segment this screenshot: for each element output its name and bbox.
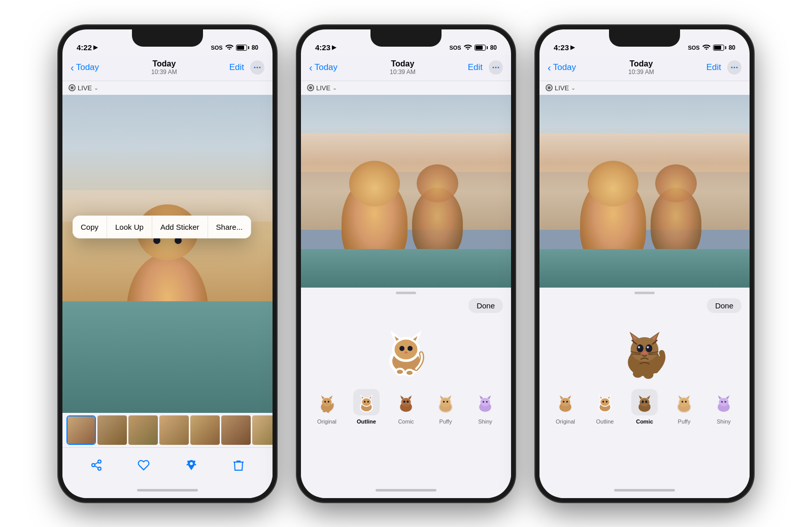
thumbnail-1[interactable] xyxy=(66,415,96,445)
thumbnail-4[interactable] xyxy=(159,415,189,445)
svg-point-27 xyxy=(327,410,330,412)
sticker-option-puffy-2[interactable]: Puffy xyxy=(428,389,463,425)
drag-handle-3[interactable] xyxy=(539,288,750,298)
photo-container-2 xyxy=(301,95,511,288)
svg-point-3 xyxy=(187,461,189,463)
context-add-sticker-1[interactable]: Add Sticker xyxy=(152,216,208,238)
phone-2-wrapper: 4:23 ▶ SOS 80 ‹ xyxy=(297,25,515,502)
more-button-1[interactable] xyxy=(250,60,264,75)
svg-point-7 xyxy=(492,67,494,68)
cat-photo-2 xyxy=(301,95,511,288)
svg-point-107 xyxy=(679,398,689,406)
live-badge-2[interactable]: LIVE ⌄ xyxy=(301,81,511,95)
nav-actions-1: Edit xyxy=(229,60,264,75)
svg-point-110 xyxy=(682,401,683,402)
back-button-3[interactable]: ‹ Today xyxy=(548,62,576,74)
sticker-option-outline-2[interactable]: Outline xyxy=(349,389,384,425)
svg-point-53 xyxy=(480,398,490,406)
svg-point-101 xyxy=(645,400,647,403)
heart-button-1[interactable] xyxy=(134,456,153,474)
context-menu-1: Copy Look Up Add Sticker Share... xyxy=(73,216,251,238)
edit-button-1[interactable]: Edit xyxy=(229,62,244,73)
thumbnail-2[interactable] xyxy=(97,415,127,445)
svg-point-95 xyxy=(606,401,607,402)
back-label-1: Today xyxy=(76,62,99,73)
back-label-3: Today xyxy=(553,62,576,73)
sticker-label-original-3: Original xyxy=(556,418,575,425)
sticker-option-original-3[interactable]: Original xyxy=(548,389,583,425)
back-button-1[interactable]: ‹ Today xyxy=(71,62,99,74)
sticker-option-outline-3[interactable]: Outline xyxy=(587,389,623,425)
nav-title-2: Today 10:39 AM xyxy=(390,59,416,76)
live-chevron-2: ⌄ xyxy=(332,85,337,91)
svg-point-39 xyxy=(407,400,409,402)
sticker-option-puffy-3[interactable]: Puffy xyxy=(666,389,702,425)
live-label-1: LIVE xyxy=(78,84,92,92)
svg-point-8 xyxy=(495,67,496,68)
sticker-panel-2: Done xyxy=(301,288,511,483)
nav-actions-3: Edit xyxy=(706,60,741,75)
sticker-thumb-puffy-2 xyxy=(432,389,459,415)
done-button-3[interactable]: Done xyxy=(707,298,741,313)
sos-label-2: SOS xyxy=(449,45,461,51)
edit-button-2[interactable]: Edit xyxy=(468,62,483,73)
svg-point-9 xyxy=(497,67,499,68)
done-button-2[interactable]: Done xyxy=(468,298,503,313)
wifi-icon-3 xyxy=(702,44,710,52)
sticker-option-comic-3[interactable]: Comic xyxy=(627,389,662,425)
svg-point-88 xyxy=(563,401,564,402)
context-lookup-1[interactable]: Look Up xyxy=(107,216,152,238)
more-button-2[interactable] xyxy=(489,60,503,75)
chevron-left-icon-1: ‹ xyxy=(71,62,74,74)
svg-point-97 xyxy=(639,398,649,406)
svg-point-89 xyxy=(566,401,568,402)
svg-point-59 xyxy=(487,400,488,401)
sticker-thumb-comic-2 xyxy=(393,389,419,415)
sticker-thumb-original-2 xyxy=(314,389,340,415)
svg-point-25 xyxy=(326,403,328,404)
sticker-label-outline-2: Outline xyxy=(357,418,376,425)
sticker-thumb-outline-2 xyxy=(353,389,380,415)
svg-line-81 xyxy=(649,354,659,355)
pet-button-1[interactable] xyxy=(182,456,200,474)
sticker-option-shiny-2[interactable]: Shiny xyxy=(467,389,503,425)
sticker-options-2: Original xyxy=(301,383,511,429)
live-dot-3 xyxy=(546,84,553,91)
svg-point-74 xyxy=(646,344,652,352)
sticker-option-shiny-3[interactable]: Shiny xyxy=(706,389,741,425)
drag-handle-2[interactable] xyxy=(301,288,511,298)
svg-point-111 xyxy=(685,401,687,402)
svg-point-20 xyxy=(322,398,331,406)
phone-1-screen: 4:22 ▶ SOS 80 ‹ xyxy=(62,29,273,498)
live-badge-1[interactable]: LIVE ⌄ xyxy=(62,81,273,95)
svg-point-94 xyxy=(602,401,604,402)
phone-3-wrapper: 4:23 ▶ SOS 80 ‹ xyxy=(535,25,754,502)
live-chevron-1: ⌄ xyxy=(94,85,98,91)
sticker-label-puffy-3: Puffy xyxy=(678,418,691,425)
thumbnail-5[interactable] xyxy=(190,415,220,445)
svg-point-16 xyxy=(404,352,408,354)
sticker-option-comic-2[interactable]: Comic xyxy=(388,389,424,425)
share-button-1[interactable] xyxy=(87,456,106,474)
svg-point-1 xyxy=(256,67,258,68)
thumbnail-strip-1 xyxy=(62,413,273,447)
svg-point-6 xyxy=(194,464,196,466)
trash-button-1[interactable] xyxy=(229,456,248,474)
sticker-preview-svg-3 xyxy=(619,321,670,379)
context-share-1[interactable]: Share... xyxy=(208,216,252,238)
home-bar-1 xyxy=(137,489,198,491)
wifi-icon-1 xyxy=(225,44,233,52)
svg-point-76 xyxy=(647,346,649,348)
thumbnail-7[interactable] xyxy=(252,415,273,445)
sticker-option-original-2[interactable]: Original xyxy=(309,389,345,425)
nav-title-3: Today 10:39 AM xyxy=(628,59,654,76)
live-badge-3[interactable]: LIVE ⌄ xyxy=(539,81,750,95)
sticker-preview-3 xyxy=(539,317,750,383)
more-button-3[interactable] xyxy=(727,60,741,75)
thumbnail-3[interactable] xyxy=(128,415,158,445)
context-copy-1[interactable]: Copy xyxy=(73,216,107,238)
edit-button-3[interactable]: Edit xyxy=(706,62,721,73)
thumbnail-6[interactable] xyxy=(221,415,251,445)
back-button-2[interactable]: ‹ Today xyxy=(309,62,337,74)
svg-point-50 xyxy=(443,401,445,402)
